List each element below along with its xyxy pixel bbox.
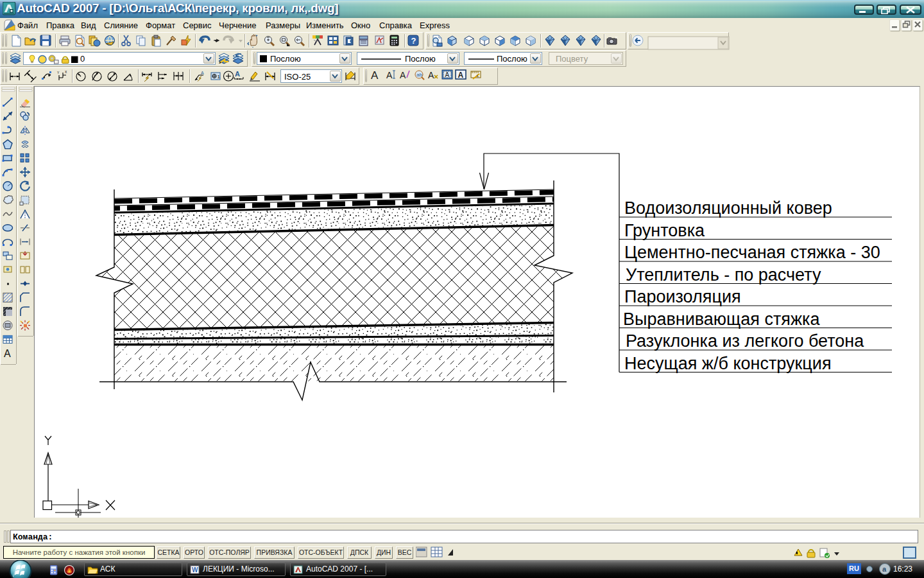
svg-text:A: A bbox=[428, 70, 434, 80]
svg-text:A: A bbox=[4, 348, 11, 359]
svg-text:A: A bbox=[201, 71, 204, 75]
svg-text:Водоизоляционный ковер: Водоизоляционный ковер bbox=[624, 198, 832, 218]
svg-text:A: A bbox=[400, 70, 406, 80]
svg-text:Грунтовка: Грунтовка bbox=[624, 221, 705, 240]
svg-text:W: W bbox=[192, 566, 198, 574]
svg-text:Пароизоляция: Пароизоляция bbox=[624, 287, 741, 306]
svg-text:Цементно-песчаная стяжка - 30: Цементно-песчаная стяжка - 30 bbox=[624, 243, 880, 262]
svg-text:Y: Y bbox=[57, 71, 60, 74]
svg-text:Разуклонка из легкого бетона: Разуклонка из легкого бетона bbox=[626, 331, 864, 351]
svg-text:A: A bbox=[458, 71, 464, 80]
svg-text:A: A bbox=[386, 70, 393, 80]
svg-text:a: a bbox=[882, 565, 887, 573]
svg-text:Утеплитель - по расчету: Утеплитель - по расчету bbox=[626, 265, 821, 285]
svg-text:Выравнивающая стяжка: Выравнивающая стяжка bbox=[623, 310, 820, 329]
svg-text:A: A bbox=[235, 70, 240, 78]
svg-text:X: X bbox=[65, 70, 67, 74]
svg-text:A: A bbox=[371, 69, 379, 82]
svg-text:ab: ab bbox=[416, 72, 422, 78]
svg-text:A: A bbox=[445, 71, 450, 78]
svg-text:Несущая ж/б конструкция: Несущая ж/б конструкция bbox=[624, 354, 832, 373]
svg-text:?: ? bbox=[411, 36, 416, 46]
svg-text:1: 1 bbox=[218, 74, 221, 80]
